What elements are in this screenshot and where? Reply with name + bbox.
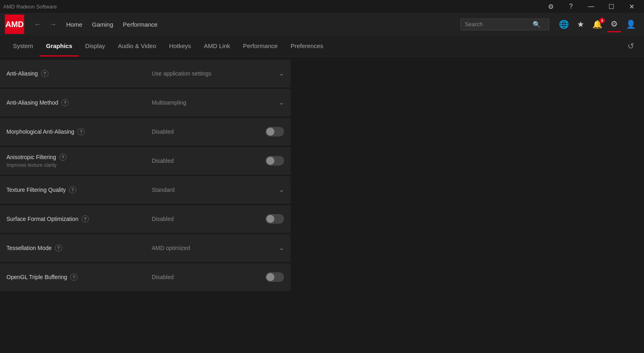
nav-gaming[interactable]: Gaming (92, 19, 113, 29)
anti-aliasing-method-help-icon[interactable]: ? (61, 99, 69, 106)
texture-filtering-value: Standard (152, 187, 175, 193)
close-button[interactable]: ✕ (622, 0, 641, 13)
opengl-help-icon[interactable]: ? (70, 273, 77, 281)
texture-filtering-chevron: ⌄ (279, 186, 284, 193)
setting-label-col-anti-aliasing-method: Anti-Aliasing Method ? (0, 94, 145, 111)
nav-performance[interactable]: Performance (123, 19, 158, 29)
search-icon: 🔍 (533, 21, 541, 28)
anisotropic-help-icon[interactable]: ? (59, 153, 67, 161)
settings-panel: Anti-Aliasing ? Use application settings… (0, 57, 291, 353)
user-button[interactable]: 👤 (623, 17, 639, 32)
setting-label-col-surface-format: Surface Format Optimization ? (0, 210, 145, 227)
opengl-toggle[interactable] (266, 272, 284, 282)
setting-control-opengl: Disabled (145, 267, 291, 287)
morphological-value: Disabled (152, 128, 261, 135)
minimize-button[interactable]: — (582, 0, 600, 13)
tessellation-dropdown[interactable]: AMD optimized ⌄ (152, 244, 284, 252)
setting-row-anti-aliasing: Anti-Aliasing ? Use application settings… (0, 60, 291, 87)
nav-links: Home Gaming Performance (66, 19, 457, 29)
anti-aliasing-help-icon[interactable]: ? (41, 70, 48, 77)
setting-label-morphological: Morphological Anti-Aliasing ? (6, 128, 139, 135)
anti-aliasing-label-text: Anti-Aliasing (6, 70, 38, 77)
setting-row-texture-filtering-quality: Texture Filtering Quality ? Standard ⌄ (0, 176, 291, 204)
anti-aliasing-chevron: ⌄ (279, 69, 284, 77)
morphological-toggle[interactable] (266, 127, 284, 137)
texture-filtering-dropdown[interactable]: Standard ⌄ (152, 186, 284, 193)
setting-label-col-morphological: Morphological Anti-Aliasing ? (0, 123, 145, 140)
settings-button[interactable]: ⚙ (607, 17, 621, 32)
setting-row-morphological-anti-aliasing: Morphological Anti-Aliasing ? Disabled (0, 118, 291, 145)
anisotropic-label-text: Anisotropic Filtering (6, 154, 56, 160)
tessellation-chevron: ⌄ (279, 244, 284, 252)
setting-label-opengl: OpenGL Triple Buffering ? (6, 273, 139, 281)
setting-label-anisotropic: Anisotropic Filtering ? (6, 153, 139, 161)
surface-format-label-text: Surface Format Optimization (6, 216, 78, 222)
anti-aliasing-method-value: Multisampling (152, 99, 186, 106)
setting-label-surface-format: Surface Format Optimization ? (6, 215, 139, 223)
setting-row-anti-aliasing-method: Anti-Aliasing Method ? Multisampling ⌄ (0, 89, 291, 116)
anti-aliasing-method-chevron: ⌄ (279, 99, 284, 106)
anti-aliasing-method-dropdown[interactable]: Multisampling ⌄ (152, 99, 284, 106)
surface-format-value: Disabled (152, 216, 261, 222)
refresh-button[interactable]: ↺ (624, 40, 638, 53)
setting-label-col-tessellation: Tessellation Mode ? (0, 240, 145, 256)
setting-control-morphological: Disabled (145, 122, 291, 141)
anti-aliasing-value: Use application settings (152, 70, 211, 77)
setting-control-surface-format: Disabled (145, 209, 291, 229)
nav-icons: 🌐 ★ 🔔 3 ⚙ 👤 (556, 17, 639, 32)
notification-badge: 3 (599, 18, 605, 23)
maximize-button[interactable]: ☐ (602, 0, 621, 13)
setting-control-anti-aliasing: Use application settings ⌄ (145, 65, 291, 82)
nav-home[interactable]: Home (66, 19, 82, 29)
tab-preferences[interactable]: Preferences (284, 36, 330, 57)
tab-display[interactable]: Display (79, 36, 111, 57)
anti-aliasing-method-label-text: Anti-Aliasing Method (6, 99, 58, 106)
morphological-help-icon[interactable]: ? (77, 128, 85, 135)
setting-control-texture-filtering: Standard ⌄ (145, 181, 291, 198)
amd-logo: AMD (5, 15, 24, 34)
tessellation-label-text: Tessellation Mode (6, 245, 52, 251)
setting-control-anisotropic: Disabled (145, 151, 291, 170)
forward-button[interactable]: → (46, 19, 60, 30)
setting-label-anti-aliasing: Anti-Aliasing ? (6, 70, 139, 77)
surface-format-help-icon[interactable]: ? (82, 215, 89, 223)
setting-label-col-anti-aliasing: Anti-Aliasing ? (0, 65, 145, 82)
search-input[interactable] (465, 21, 529, 27)
tab-performance[interactable]: Performance (236, 36, 284, 57)
nav-bar: AMD ← → Home Gaming Performance 🔍 🌐 ★ 🔔 … (0, 13, 644, 36)
tab-system[interactable]: System (6, 36, 40, 57)
amd-radeon-icon: AMD Radeon Software (0, 4, 57, 10)
setting-control-tessellation: AMD optimized ⌄ (145, 239, 291, 256)
tab-graphics[interactable]: Graphics (40, 36, 79, 57)
setting-label-texture-filtering: Texture Filtering Quality ? (6, 186, 139, 193)
titlebar-extra-icon[interactable]: ⚙ (542, 0, 560, 13)
tab-hotkeys[interactable]: Hotkeys (163, 36, 197, 57)
setting-row-opengl-triple-buffering: OpenGL Triple Buffering ? Disabled (0, 263, 291, 291)
favorites-button[interactable]: ★ (574, 17, 588, 32)
texture-filtering-help-icon[interactable]: ? (69, 186, 76, 193)
surface-format-toggle[interactable] (266, 214, 284, 224)
globe-button[interactable]: 🌐 (556, 17, 572, 32)
notifications-button[interactable]: 🔔 3 (589, 17, 606, 32)
back-button[interactable]: ← (31, 19, 44, 30)
tab-audio-video[interactable]: Audio & Video (111, 36, 163, 57)
morphological-label-text: Morphological Anti-Aliasing (6, 128, 74, 135)
setting-row-tessellation-mode: Tessellation Mode ? AMD optimized ⌄ (0, 234, 291, 262)
search-box: 🔍 (460, 19, 549, 30)
setting-label-col-anisotropic: Anisotropic Filtering ? Improves texture… (0, 149, 145, 173)
opengl-label-text: OpenGL Triple Buffering (6, 274, 67, 280)
title-bar: AMD Radeon Software ⚙ ? — ☐ ✕ (0, 0, 644, 13)
opengl-value: Disabled (152, 274, 261, 280)
anisotropic-toggle[interactable] (266, 156, 284, 166)
tab-amd-link[interactable]: AMD Link (197, 36, 236, 57)
anisotropic-value: Disabled (152, 158, 261, 164)
anti-aliasing-dropdown[interactable]: Use application settings ⌄ (152, 69, 284, 77)
amd-logo-text: AMD (5, 20, 24, 29)
tabs-bar: System Graphics Display Audio & Video Ho… (0, 36, 644, 57)
tessellation-help-icon[interactable]: ? (55, 244, 62, 252)
titlebar-help-btn[interactable]: ? (562, 0, 580, 13)
right-panel (291, 57, 644, 353)
setting-label-tessellation: Tessellation Mode ? (6, 244, 139, 252)
setting-label-col-opengl: OpenGL Triple Buffering ? (0, 269, 145, 286)
texture-filtering-label-text: Texture Filtering Quality (6, 187, 66, 193)
